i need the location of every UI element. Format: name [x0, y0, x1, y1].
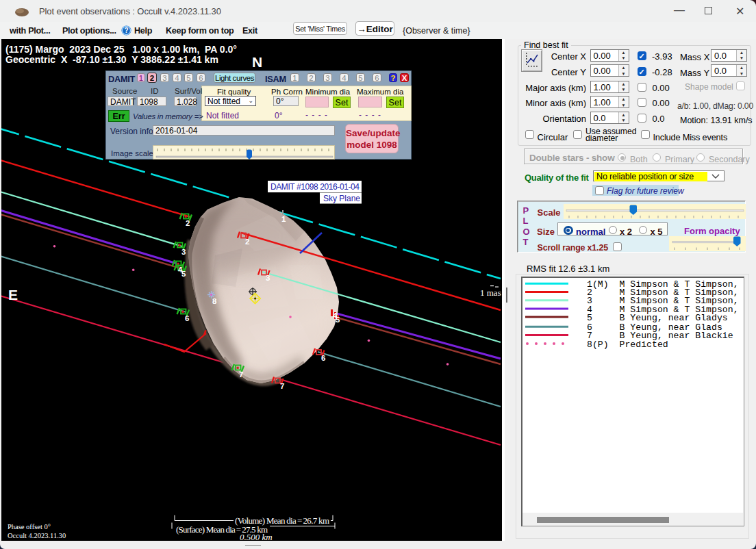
- svg-text:8(P) Predicted: 8(P) Predicted: [587, 339, 668, 349]
- svg-text:7: 7: [239, 370, 243, 379]
- svg-text:0.500 km: 0.500 km: [240, 532, 273, 541]
- svg-text:Occult 4.2023.11.30: Occult 4.2023.11.30: [8, 532, 66, 539]
- svg-text:Geocentric X -87.10 ±1.30 Y: Geocentric X -87.10 ±1.30 Y 3886.22 ±1.4…: [5, 54, 218, 65]
- svg-text:8: 8: [212, 297, 217, 305]
- svg-text:3: 3: [266, 274, 270, 282]
- svg-text:E: E: [8, 287, 18, 303]
- svg-text:6: 6: [321, 354, 325, 362]
- svg-text:Sky Plane: Sky Plane: [323, 194, 360, 203]
- svg-text:3: 3: [181, 248, 186, 256]
- svg-text:6: 6: [185, 314, 189, 322]
- svg-text:7: 7: [280, 382, 284, 390]
- svg-text:2: 2: [245, 238, 249, 246]
- svg-text:5 B Yeung, near Gladys: 5 B Yeung, near Gladys: [587, 312, 728, 322]
- svg-text:5: 5: [336, 316, 340, 324]
- svg-text:5: 5: [181, 270, 186, 278]
- svg-text:1: 1: [281, 215, 286, 223]
- svg-text:?: ?: [124, 27, 128, 34]
- svg-text:DAMIT #1098 2016-01-04: DAMIT #1098 2016-01-04: [270, 182, 360, 192]
- svg-text:2: 2: [186, 219, 190, 227]
- svg-text:Phase offset 0°: Phase offset 0°: [8, 523, 51, 531]
- svg-text:1 mas: 1 mas: [480, 288, 501, 298]
- svg-text:N: N: [252, 54, 262, 70]
